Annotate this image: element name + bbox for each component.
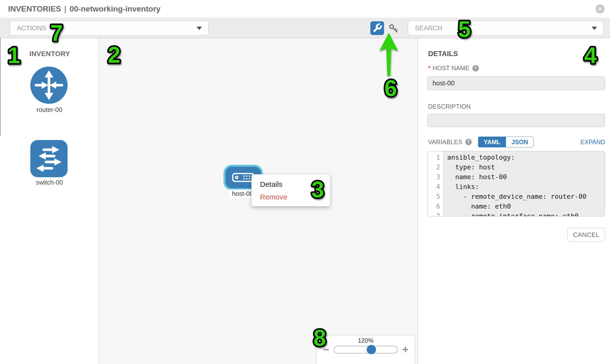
wrench-icon [372, 23, 383, 34]
expand-link[interactable]: EXPAND [580, 139, 605, 146]
inventory-topology-app: INVENTORIES|00-networking-inventory ✕ AC… [0, 0, 610, 364]
variables-row: VARIABLES ? YAML JSON EXPAND [428, 137, 605, 147]
key-button[interactable] [388, 24, 400, 34]
help-icon[interactable]: ? [472, 65, 479, 71]
host-name-label: * HOST NAME ? [428, 65, 479, 72]
tab-json[interactable]: JSON [506, 137, 534, 147]
host-icon [232, 173, 255, 182]
key-icon [388, 24, 400, 34]
variables-label: VARIABLES [428, 139, 462, 146]
node-context-menu: Details Remove [251, 174, 330, 206]
editor-lines: 1ansible_topology: 2 type: host 3 name: … [428, 153, 605, 216]
close-icon[interactable]: ✕ [596, 4, 605, 13]
router-icon [30, 66, 67, 104]
code-line: 4 links: [428, 182, 605, 192]
context-menu-item-details[interactable]: Details [252, 178, 330, 191]
help-icon[interactable]: ? [465, 139, 472, 145]
code-line: 2 type: host [428, 162, 605, 172]
details-panel: DETAILS * HOST NAME ? DESCRIPTION VARIAB… [418, 38, 610, 364]
palette-item-switch[interactable] [30, 140, 67, 177]
description-label: DESCRIPTION [428, 103, 471, 110]
chevron-down-icon [592, 27, 597, 30]
variables-code-editor[interactable]: 1ansible_topology: 2 type: host 3 name: … [427, 151, 605, 216]
variables-format-toggle: YAML JSON [478, 137, 534, 147]
zoom-out-button[interactable]: − [323, 345, 329, 354]
zoom-control: 120% − + [316, 335, 415, 364]
context-menu-item-remove[interactable]: Remove [252, 191, 330, 203]
search-dropdown-label: SEARCH [415, 25, 442, 32]
code-line: 1ansible_topology: [428, 153, 605, 162]
actions-dropdown-label: ACTIONS [17, 25, 46, 32]
chevron-down-icon [196, 27, 202, 30]
breadcrumb-section: INVENTORIES [8, 4, 61, 13]
header: INVENTORIES|00-networking-inventory ✕ [0, 0, 610, 18]
actions-dropdown[interactable]: ACTIONS [10, 21, 208, 36]
zoom-level: 120% [316, 337, 415, 344]
host-name-field[interactable] [427, 76, 605, 90]
code-line: 6 name: eth0 [428, 201, 605, 211]
toolbar: ACTIONS SEARC [0, 18, 610, 38]
zoom-in-button[interactable]: + [402, 345, 409, 354]
search-dropdown[interactable]: SEARCH [408, 21, 604, 36]
required-marker: * [428, 65, 430, 72]
palette-item-label: switch-00 [0, 179, 99, 186]
topology-canvas[interactable]: host-00 Details Remove 120% − + [99, 38, 418, 364]
cancel-button[interactable]: CANCEL [567, 228, 605, 242]
palette-item-router[interactable] [30, 66, 67, 104]
palette-title: INVENTORY [29, 50, 70, 58]
page-title: 00-networking-inventory [69, 4, 161, 13]
palette-scrollbar[interactable] [0, 38, 1, 136]
breadcrumb: INVENTORIES|00-networking-inventory [8, 4, 161, 13]
details-panel-title: DETAILS [428, 50, 458, 58]
inventory-palette: INVENTORY router-00 [0, 38, 99, 364]
code-line: 3 name: host-00 [428, 172, 605, 182]
palette-item-label: router-00 [0, 106, 99, 114]
tab-yaml[interactable]: YAML [478, 137, 506, 147]
code-line: 7 remote_interface_name: eth0 [428, 211, 605, 216]
zoom-slider-thumb[interactable] [367, 345, 376, 354]
zoom-slider-track[interactable] [334, 346, 398, 353]
configure-tools-button[interactable] [370, 21, 384, 35]
breadcrumb-separator: | [64, 4, 66, 13]
code-line: 5 - remote_device_name: router-00 [428, 192, 605, 201]
description-field[interactable] [427, 114, 605, 127]
switch-icon [30, 140, 67, 177]
